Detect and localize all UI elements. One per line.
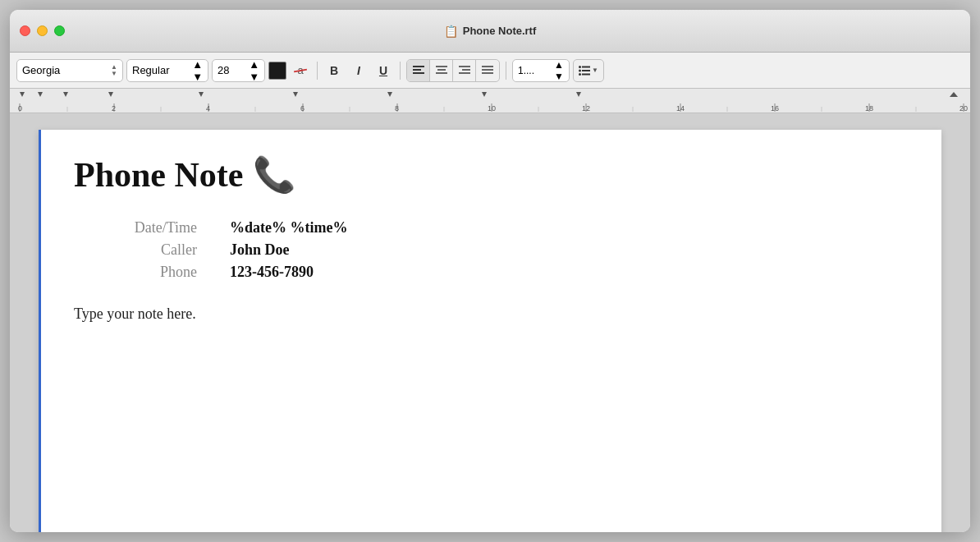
svg-rect-4 — [436, 66, 447, 67]
svg-rect-6 — [436, 72, 447, 74]
svg-text:8: 8 — [395, 104, 399, 113]
list-chevron: ▼ — [592, 67, 598, 74]
svg-marker-28 — [387, 92, 392, 97]
text-color-swatch[interactable] — [268, 62, 286, 80]
ruler: 0 2 4 6 8 10 — [10, 89, 970, 113]
document-area[interactable]: Phone Note 📞 Date/Time %date% %time% Cal… — [10, 113, 970, 532]
separator-2 — [400, 62, 401, 80]
strikethrough-button[interactable]: a — [290, 60, 311, 81]
document-page: Phone Note 📞 Date/Time %date% %time% Cal… — [39, 130, 941, 532]
align-right-button[interactable] — [453, 60, 476, 81]
svg-text:0: 0 — [18, 104, 22, 113]
svg-text:16: 16 — [771, 104, 779, 113]
list-icon — [579, 66, 590, 76]
svg-point-20 — [579, 73, 581, 76]
svg-text:14: 14 — [676, 104, 685, 113]
font-size-value: 28 — [218, 64, 229, 76]
field-value-datetime: %date% %time% — [230, 219, 347, 237]
svg-marker-23 — [38, 92, 43, 97]
svg-marker-30 — [576, 92, 581, 97]
traffic-lights — [20, 25, 65, 36]
field-label-phone: Phone — [98, 264, 197, 281]
document-title: Phone Note 📞 — [74, 154, 909, 195]
document-fields-table: Date/Time %date% %time% Caller John Doe … — [98, 219, 909, 281]
document-body-text: Type your note here. — [74, 305, 196, 322]
svg-rect-9 — [462, 69, 470, 71]
align-left-button[interactable] — [407, 60, 430, 81]
svg-text:6: 6 — [300, 104, 305, 113]
document-title-text: Phone Note — [74, 155, 243, 195]
minimize-button[interactable] — [37, 25, 48, 36]
list-style-chevrons: ▲▼ — [554, 59, 564, 82]
svg-rect-13 — [482, 69, 493, 71]
field-label-datetime: Date/Time — [98, 219, 197, 237]
window-title: 📋 Phone Note.rtf — [444, 25, 537, 38]
list-style-value: 1.... — [518, 65, 534, 76]
svg-text:12: 12 — [582, 104, 590, 113]
svg-text:20: 20 — [959, 104, 968, 113]
font-style-chevrons: ▲▼ — [192, 58, 203, 83]
align-center-button[interactable] — [430, 60, 453, 81]
app-window: 📋 Phone Note.rtf Georgia ▲▼ Regular ▲▼ 2… — [10, 10, 970, 532]
table-row: Phone 123-456-7890 — [98, 264, 909, 281]
svg-rect-5 — [437, 69, 446, 71]
font-style-value: Regular — [132, 64, 170, 76]
svg-text:10: 10 — [488, 104, 496, 113]
separator-1 — [317, 62, 318, 80]
field-value-phone: 123-456-7890 — [230, 264, 314, 281]
document-body[interactable]: Type your note here. — [74, 305, 909, 323]
svg-rect-10 — [459, 72, 470, 74]
font-name-value: Georgia — [22, 64, 60, 76]
toolbar: Georgia ▲▼ Regular ▲▼ 28 ▲▼ a B I — [10, 53, 970, 89]
field-value-caller: John Doe — [230, 241, 290, 259]
font-size-select[interactable]: 28 ▲▼ — [212, 59, 265, 82]
separator-3 — [506, 62, 506, 80]
svg-rect-8 — [459, 66, 470, 67]
alignment-group — [406, 59, 500, 82]
field-label-caller: Caller — [98, 241, 197, 259]
list-style-select[interactable]: 1.... ▲▼ — [512, 59, 570, 82]
svg-point-18 — [579, 69, 581, 71]
bold-button[interactable]: B — [323, 60, 345, 81]
svg-text:18: 18 — [865, 104, 873, 113]
align-justify-button[interactable] — [476, 60, 499, 81]
table-row: Caller John Doe — [98, 241, 909, 259]
list-toggle-button[interactable]: ▼ — [573, 59, 604, 82]
titlebar: 📋 Phone Note.rtf — [10, 10, 970, 53]
svg-rect-0 — [413, 66, 424, 67]
table-row: Date/Time %date% %time% — [98, 219, 909, 237]
svg-marker-29 — [482, 92, 487, 97]
svg-point-16 — [579, 66, 581, 68]
svg-marker-31 — [950, 92, 958, 97]
svg-text:4: 4 — [206, 104, 210, 113]
strikethrough-label: a — [297, 64, 303, 76]
font-style-select[interactable]: Regular ▲▼ — [126, 59, 208, 82]
svg-rect-1 — [413, 69, 421, 71]
svg-rect-12 — [482, 66, 493, 67]
file-type-icon: 📋 — [444, 25, 458, 38]
svg-rect-2 — [413, 72, 424, 74]
window-title-text: Phone Note.rtf — [463, 25, 537, 37]
svg-marker-24 — [63, 92, 68, 97]
svg-rect-21 — [582, 73, 590, 75]
font-name-chevrons: ▲▼ — [111, 64, 117, 77]
svg-rect-14 — [482, 72, 493, 74]
close-button[interactable] — [20, 25, 30, 36]
svg-marker-27 — [293, 92, 298, 97]
maximize-button[interactable] — [54, 25, 65, 36]
svg-rect-17 — [582, 66, 590, 67]
font-name-select[interactable]: Georgia ▲▼ — [16, 59, 123, 82]
svg-marker-22 — [20, 92, 25, 97]
ruler-svg: 0 2 4 6 8 10 — [10, 89, 970, 113]
svg-text:2: 2 — [112, 104, 116, 113]
font-size-chevrons: ▲▼ — [249, 58, 259, 83]
svg-rect-19 — [582, 70, 590, 71]
telephone-emoji: 📞 — [253, 154, 295, 195]
svg-marker-25 — [108, 92, 113, 97]
svg-marker-26 — [199, 92, 204, 97]
underline-button[interactable]: U — [373, 60, 394, 81]
italic-button[interactable]: I — [348, 60, 369, 81]
